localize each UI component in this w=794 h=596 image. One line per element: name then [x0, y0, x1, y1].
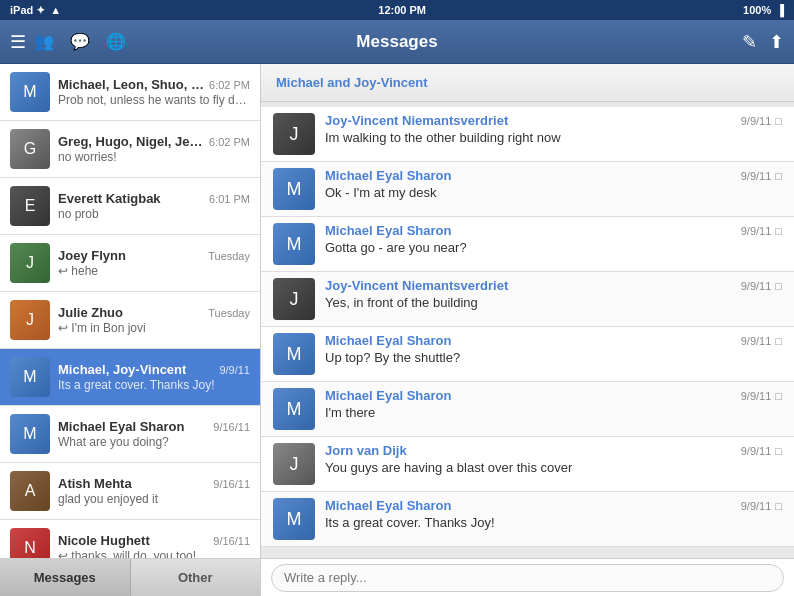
chat-messages: J Joy-Vincent Niemantsverdriet Im walkin…	[261, 102, 794, 558]
avatar: M	[273, 223, 315, 265]
msg-text: Its a great cover. Thanks Joy!	[325, 515, 731, 530]
message-row: M Michael Eyal Sharon Ok - I'm at my des…	[261, 162, 794, 217]
nav-right: ✎ ⬆	[742, 31, 784, 53]
list-item[interactable]: G Greg, Hugo, Nigel, Jeff,... 6:02 PM no…	[0, 121, 260, 178]
list-item[interactable]: J Joey Flynn Tuesday ↩ hehe	[0, 235, 260, 292]
msg-content: Michael Eyal Sharon Gotta go - are you n…	[325, 223, 731, 255]
conv-preview: glad you enjoyed it	[58, 492, 250, 506]
messages-icon[interactable]: 💬	[70, 32, 90, 51]
msg-content: Jorn van Dijk You guys are having a blas…	[325, 443, 731, 475]
conv-info: Michael, Leon, Shuo, Jona... 6:02 PM Pro…	[58, 77, 250, 107]
msg-sender: Jorn van Dijk	[325, 443, 731, 458]
msg-content: Joy-Vincent Niemantsverdriet Im walking …	[325, 113, 731, 145]
conv-name: Nicole Hughett	[58, 533, 150, 548]
sidebar: M Michael, Leon, Shuo, Jona... 6:02 PM P…	[0, 64, 261, 596]
msg-time: 9/9/11 □	[741, 115, 782, 127]
status-bar: iPad ✦ ▲ 12:00 PM 100% ▐	[0, 0, 794, 20]
tab-messages[interactable]: Messages	[0, 559, 131, 596]
msg-text: I'm there	[325, 405, 731, 420]
avatar: E	[10, 186, 50, 226]
conv-info: Michael, Joy-Vincent 9/9/11 Its a great …	[58, 362, 250, 392]
msg-sender: Michael Eyal Sharon	[325, 498, 731, 513]
list-item[interactable]: N Nicole Hughett 9/16/11 ↩ thanks, will …	[0, 520, 260, 558]
msg-content: Joy-Vincent Niemantsverdriet Yes, in fro…	[325, 278, 731, 310]
message-row: M Michael Eyal Sharon Up top? By the shu…	[261, 327, 794, 382]
msg-time: 9/9/11 □	[741, 280, 782, 292]
checkbox-icon: □	[775, 445, 782, 457]
conv-info: Everett Katigbak 6:01 PM no prob	[58, 191, 250, 221]
conv-time: 9/16/11	[213, 535, 250, 547]
msg-sender: Michael Eyal Sharon	[325, 223, 731, 238]
message-row: J Jorn van Dijk You guys are having a bl…	[261, 437, 794, 492]
conv-time: 9/9/11	[219, 364, 250, 376]
avatar: J	[273, 443, 315, 485]
conv-name: Michael Eyal Sharon	[58, 419, 184, 434]
avatar: M	[273, 498, 315, 540]
msg-text: Yes, in front of the building	[325, 295, 731, 310]
msg-sender: Joy-Vincent Niemantsverdriet	[325, 278, 731, 293]
battery-label: 100%	[743, 4, 771, 16]
conv-time: 6:02 PM	[209, 136, 250, 148]
avatar: M	[10, 414, 50, 454]
menu-icon[interactable]: ☰	[10, 31, 26, 53]
list-item[interactable]: J Julie Zhuo Tuesday ↩ I'm in Bon jovi	[0, 292, 260, 349]
ipad-label: iPad ✦	[10, 4, 45, 17]
conv-info: Atish Mehta 9/16/11 glad you enjoyed it	[58, 476, 250, 506]
msg-time: 9/9/11 □	[741, 225, 782, 237]
msg-content: Michael Eyal Sharon I'm there	[325, 388, 731, 420]
chat-panel: Michael and Joy-Vincent J Joy-Vincent Ni…	[261, 64, 794, 596]
avatar: M	[273, 388, 315, 430]
globe-icon[interactable]: 🌐	[106, 32, 126, 51]
list-item[interactable]: A Atish Mehta 9/16/11 glad you enjoyed i…	[0, 463, 260, 520]
list-item[interactable]: M Michael Eyal Sharon 9/16/11 What are y…	[0, 406, 260, 463]
avatar: J	[273, 278, 315, 320]
share-icon[interactable]: ⬆	[769, 31, 784, 53]
sidebar-tabs: Messages Other	[0, 558, 260, 596]
message-row: M Michael Eyal Sharon Gotta go - are you…	[261, 217, 794, 272]
chat-header: Michael and Joy-Vincent	[261, 64, 794, 102]
checkbox-icon: □	[775, 170, 782, 182]
conv-info: Greg, Hugo, Nigel, Jeff,... 6:02 PM no w…	[58, 134, 250, 164]
avatar: M	[10, 72, 50, 112]
conv-name: Everett Katigbak	[58, 191, 161, 206]
conv-preview: no worries!	[58, 150, 250, 164]
people-icon[interactable]: 👥	[34, 32, 54, 51]
avatar: M	[10, 357, 50, 397]
checkbox-icon: □	[775, 280, 782, 292]
avatar: J	[10, 243, 50, 283]
conv-name: Michael, Joy-Vincent	[58, 362, 186, 377]
nav-left: ☰ 👥 💬 🌐	[10, 31, 126, 53]
checkbox-icon: □	[775, 335, 782, 347]
conv-name: Joey Flynn	[58, 248, 126, 263]
msg-sender: Joy-Vincent Niemantsverdriet	[325, 113, 731, 128]
avatar: N	[10, 528, 50, 558]
status-time: 12:00 PM	[378, 4, 426, 16]
conv-preview: ↩ I'm in Bon jovi	[58, 321, 250, 335]
conv-info: Michael Eyal Sharon 9/16/11 What are you…	[58, 419, 250, 449]
message-row: J Joy-Vincent Niemantsverdriet Im walkin…	[261, 107, 794, 162]
message-row: J Joy-Vincent Niemantsverdriet Yes, in f…	[261, 272, 794, 327]
list-item[interactable]: M Michael, Joy-Vincent 9/9/11 Its a grea…	[0, 349, 260, 406]
conv-time: 6:02 PM	[209, 79, 250, 91]
reply-icon: ↩	[58, 549, 71, 558]
conv-time: 9/16/11	[213, 421, 250, 433]
conv-preview: ↩ thanks, will do. you too!	[58, 549, 250, 558]
msg-text: Gotta go - are you near?	[325, 240, 731, 255]
compose-icon[interactable]: ✎	[742, 31, 757, 53]
icon-tabs: 👥 💬 🌐	[34, 32, 126, 51]
msg-text: Ok - I'm at my desk	[325, 185, 731, 200]
list-item[interactable]: E Everett Katigbak 6:01 PM no prob	[0, 178, 260, 235]
list-item[interactable]: M Michael, Leon, Shuo, Jona... 6:02 PM P…	[0, 64, 260, 121]
msg-text: You guys are having a blast over this co…	[325, 460, 731, 475]
msg-content: Michael Eyal Sharon Its a great cover. T…	[325, 498, 731, 530]
msg-text: Up top? By the shuttle?	[325, 350, 731, 365]
tab-other[interactable]: Other	[131, 559, 261, 596]
status-left: iPad ✦ ▲	[10, 4, 61, 17]
msg-content: Michael Eyal Sharon Ok - I'm at my desk	[325, 168, 731, 200]
msg-time: 9/9/11 □	[741, 445, 782, 457]
reply-input[interactable]	[271, 564, 784, 592]
msg-time: 9/9/11 □	[741, 170, 782, 182]
avatar: J	[10, 300, 50, 340]
message-row: M Michael Eyal Sharon Its a great cover.…	[261, 492, 794, 547]
conv-preview: Its a great cover. Thanks Joy!	[58, 378, 250, 392]
